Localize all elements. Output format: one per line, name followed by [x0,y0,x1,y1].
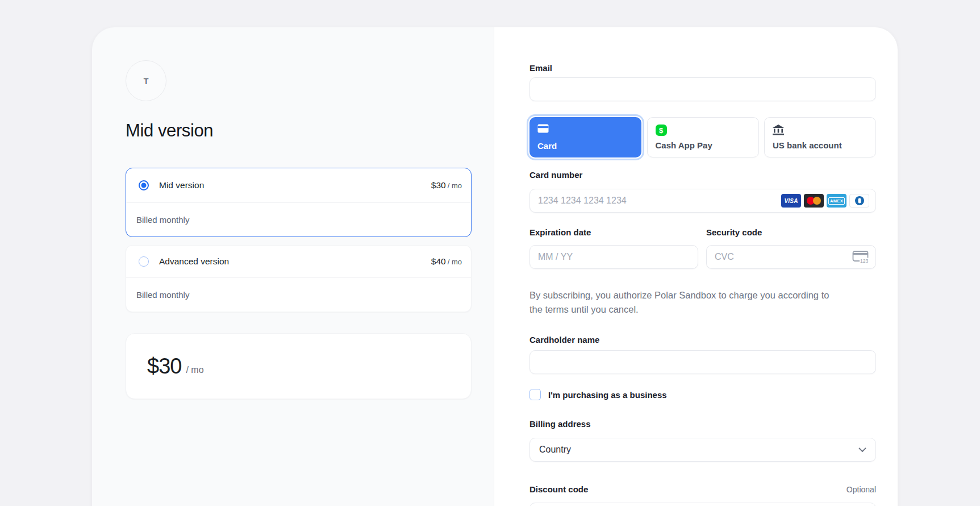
radio-selected-icon[interactable] [139,180,149,190]
payment-method-tabs: Card $ Cash App Pay US [529,117,876,157]
option-price-amount: $40 [431,256,446,266]
visa-icon: VISA [781,194,801,208]
card-brand-icons: VISA AMEX [781,194,869,208]
total-price-interval: / mo [186,365,203,375]
security-code-label: Security code [706,227,762,237]
tab-card-label: Card [537,141,633,151]
total-price: $30 [147,354,181,379]
page-title: Mid version [126,121,213,141]
option-name: Advanced version [159,256,421,267]
chevron-down-icon [858,447,866,453]
email-field[interactable] [529,77,876,101]
cardholder-name-label: Cardholder name [529,335,599,345]
cardholder-name-field[interactable] [529,350,876,374]
checkout-page: T Mid version Mid version $30/ mo Billed… [0,0,980,506]
option-price: $40/ mo [431,256,462,267]
business-checkbox-label: I'm purchasing as a business [548,390,667,400]
cvc-123-text: 123 [860,258,868,264]
diners-icon [849,194,869,208]
pricing-option-header[interactable]: Advanced version $40/ mo [126,246,471,277]
payment-form-panel: Email Card $ Cash App Pay [494,27,898,506]
cvc-card-icon: 123 [852,251,869,264]
pricing-option-mid[interactable]: Mid version $30/ mo Billed monthly [126,168,472,237]
option-price-interval: / mo [448,258,462,266]
option-name: Mid version [159,180,421,190]
expiration-label: Expiration date [529,227,591,237]
discount-code-field[interactable] [529,503,876,506]
mastercard-orange-circle [813,197,821,205]
credit-card-icon [537,124,549,133]
card-number-label: Card number [529,170,582,180]
business-checkbox[interactable] [529,389,541,400]
billing-note: Billed monthly [126,203,471,237]
country-select[interactable]: Country [529,438,876,462]
billing-note: Billed monthly [126,278,471,312]
visa-text: VISA [784,198,798,204]
tab-card[interactable]: Card [529,117,641,157]
business-purchase-row: I'm purchasing as a business [529,389,667,400]
pricing-option-header[interactable]: Mid version $30/ mo [126,168,471,202]
tab-us-bank-account[interactable]: US bank account [764,117,876,157]
radio-unselected-icon[interactable] [139,256,149,267]
bank-icon [773,125,784,135]
discount-optional-tag: Optional [846,485,876,494]
tab-cash-app-label: Cash App Pay [656,140,750,150]
product-summary-panel: T Mid version Mid version $30/ mo Billed… [92,27,494,506]
diners-circle [855,196,864,205]
discount-code-label: Discount code [529,484,588,494]
discount-row: Discount code Optional [529,484,876,494]
subscription-disclaimer: By subscribing, you authorize Polar Sand… [529,288,839,316]
cash-dollar-glyph: $ [659,126,663,135]
expiration-field[interactable] [529,245,698,269]
amex-icon: AMEX [827,194,846,208]
tab-us-bank-label: US bank account [773,140,868,150]
email-label: Email [529,63,552,73]
checkout-card: T Mid version Mid version $30/ mo Billed… [92,27,898,506]
option-price-interval: / mo [448,181,462,190]
security-code-wrap: 123 [706,245,876,269]
security-code-field[interactable] [706,245,876,269]
avatar: T [126,60,166,101]
country-select-value: Country [539,445,571,455]
option-price-amount: $30 [431,180,446,190]
card-number-wrap: VISA AMEX [529,189,876,213]
avatar-letter: T [143,76,148,86]
tab-cash-app-pay[interactable]: $ Cash App Pay [647,117,759,157]
cash-app-icon: $ [656,125,667,136]
mastercard-icon [804,194,824,208]
amex-text: AMEX [828,197,845,205]
total-price-card: $30 / mo [126,333,472,399]
pricing-option-advanced[interactable]: Advanced version $40/ mo Billed monthly [126,245,472,312]
billing-address-label: Billing address [529,419,591,429]
option-price: $30/ mo [431,180,462,190]
